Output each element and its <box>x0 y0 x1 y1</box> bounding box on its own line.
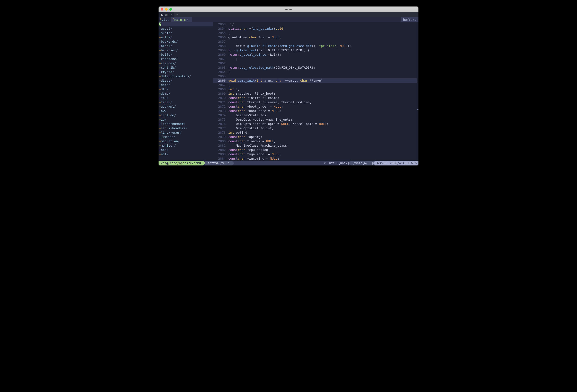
tree-item[interactable]: + contrib/ <box>159 65 213 70</box>
code-pane[interactable]: 2853 */2854static char *find_datadir(voi… <box>213 22 417 161</box>
code-line[interactable]: 2867{ <box>213 83 417 87</box>
code-line[interactable]: 2866void qemu_init(int argc, char **argv… <box>213 78 417 83</box>
add-tab-button[interactable]: + <box>174 12 180 17</box>
status-search: /main[6/13] <box>351 161 376 165</box>
code-line[interactable]: 2854static char *find_datadir(void) <box>213 26 417 31</box>
code-line[interactable]: 2875 QemuOpts *opts, *machine_opts; <box>213 117 417 122</box>
code-line[interactable]: 2861 } <box>213 57 417 61</box>
close-icon[interactable]: × <box>171 13 172 16</box>
code-line[interactable]: 2880 const char *loadvm = NULL; <box>213 139 417 143</box>
tree-item[interactable]: + fpu/ <box>159 96 213 100</box>
code-line[interactable]: 2853 */ <box>213 22 417 26</box>
tree-item[interactable]: + linux-user/ <box>159 130 213 135</box>
code-line[interactable]: 2871 const char *kernel_filename, *kerne… <box>213 100 417 104</box>
tree-item[interactable]: + audio/ <box>159 31 213 35</box>
tree-header: / <box>159 22 213 26</box>
code-line[interactable]: 2855{ <box>213 31 417 35</box>
tree-item[interactable]: + dump/ <box>159 91 213 96</box>
code-line[interactable]: 2869 int snapshot, linux_boot; <box>213 91 417 96</box>
code-line[interactable]: 2872 const char *boot_order = NULL; <box>213 104 417 109</box>
tree-item[interactable]: + bsd-user/ <box>159 48 213 52</box>
tree-item[interactable]: + dtc/ <box>159 87 213 91</box>
code-line[interactable]: 2862 <box>213 61 417 65</box>
tree-item[interactable]: + nbd/ <box>159 148 213 152</box>
terminal-tabbar: 1: nvim × + <box>159 12 418 17</box>
tree-item[interactable]: + libdecnumber/ <box>159 122 213 126</box>
terminal-tab-label: 1: nvim <box>161 13 169 16</box>
bufferline: 1vl.c 2main.c 〉 buffers <box>159 17 418 22</box>
status-position: 63% ☰:2866/4548 ≡ %:6 <box>375 161 418 165</box>
tree-item[interactable]: + ∙meson/ <box>159 135 213 139</box>
tree-item[interactable]: + gdb-xml/ <box>159 104 213 109</box>
tree-item[interactable]: + monitor/ <box>159 143 213 148</box>
tree-item[interactable]: + capstone/ <box>159 57 213 61</box>
tree-item[interactable]: + authz/ <box>159 35 213 39</box>
terminal-window: nvim 1: nvim × + 1vl.c 2main.c 〉 buffers… <box>159 6 418 165</box>
status-filetype: c <box>322 161 327 165</box>
status-filename: softmmu/vl.c <box>205 161 232 165</box>
code-line[interactable]: 2876 QemuOpts *icount_opts = NULL, *acce… <box>213 122 417 126</box>
code-line[interactable]: 2856 g_autofree char *dir = NULL; <box>213 35 417 39</box>
terminal-tab[interactable]: 1: nvim × <box>159 12 174 17</box>
titlebar[interactable]: nvim <box>159 6 418 12</box>
code-line[interactable]: 2874 DisplayState *ds; <box>213 113 417 117</box>
statusline: <ang/Code/opensrc/qemu softmmu/vl.c c ut… <box>159 161 418 165</box>
tree-item[interactable]: + backends/ <box>159 39 213 44</box>
code-line[interactable]: 2857 <box>213 39 417 44</box>
tree-item[interactable]: + include/ <box>159 113 213 117</box>
tree-item[interactable]: + fsdev/ <box>159 100 213 104</box>
code-line[interactable]: 2877 QemuOptsList *olist; <box>213 126 417 130</box>
code-line[interactable]: 2859 if (g_file_test(dir, G_FILE_TEST_IS… <box>213 48 417 52</box>
code-line[interactable]: 2884 const char *incoming = NULL; <box>213 156 417 161</box>
editor-content: / + accel/ + audio/ + authz/ + backends/… <box>159 22 418 161</box>
status-cwd: <ang/Code/opensrc/qemu <box>159 161 203 165</box>
code-line[interactable]: 2881 MachineClass *machine_class; <box>213 143 417 148</box>
code-line[interactable]: 2883 const char *vga_model = NULL; <box>213 152 417 156</box>
chevron-right-icon: 〉 <box>186 18 190 22</box>
tree-item[interactable]: + build/ <box>159 52 213 57</box>
tree-item[interactable]: + crypto/ <box>159 70 213 74</box>
tree-item[interactable]: + linux-headers/ <box>159 126 213 130</box>
code-line[interactable]: 2860 return g_steal_pointer(&dir); <box>213 52 417 57</box>
tree-item[interactable]: + accel/ <box>159 26 213 31</box>
code-line[interactable]: 2863 return get_relocated_path(CONFIG_QE… <box>213 65 417 70</box>
tree-item[interactable]: + disas/ <box>159 78 213 83</box>
code-line[interactable]: 2879 const char *optarg; <box>213 135 417 139</box>
buffers-label: buffers <box>401 17 418 22</box>
tree-item[interactable]: + io/ <box>159 117 213 122</box>
buffer-tab-vl[interactable]: 1vl.c <box>159 17 171 22</box>
file-tree[interactable]: / + accel/ + audio/ + authz/ + backends/… <box>159 22 213 161</box>
code-line[interactable]: 2868 int i; <box>213 87 417 91</box>
window-title: nvim <box>159 8 418 11</box>
status-encoding: utf-8[unix] <box>327 161 351 165</box>
tree-item[interactable]: + block/ <box>159 44 213 48</box>
code-line[interactable]: 2865 <box>213 74 417 78</box>
tree-item[interactable]: + docs/ <box>159 83 213 87</box>
tree-item[interactable]: + hw/ <box>159 109 213 113</box>
code-line[interactable]: 2858 dir = g_build_filename(qemu_get_exe… <box>213 44 417 48</box>
tree-item[interactable]: + net/ <box>159 152 213 156</box>
code-line[interactable]: 2882 const char *cpu_option; <box>213 148 417 152</box>
tree-item[interactable]: + default-configs/ <box>159 74 213 78</box>
code-line[interactable]: 2873 const char *boot_once = NULL; <box>213 109 417 113</box>
code-line[interactable]: 2864} <box>213 70 417 74</box>
tree-item[interactable]: + chardev/ <box>159 61 213 65</box>
buffer-tab-main[interactable]: 2main.c 〉 <box>171 17 192 22</box>
code-line[interactable]: 2870 const char *initrd_filename; <box>213 96 417 100</box>
line-icon: ☰ <box>384 161 387 165</box>
code-line[interactable]: 2878 int optind; <box>213 130 417 135</box>
scrollbar[interactable] <box>417 22 418 161</box>
tree-item[interactable]: + migration/ <box>159 139 213 143</box>
